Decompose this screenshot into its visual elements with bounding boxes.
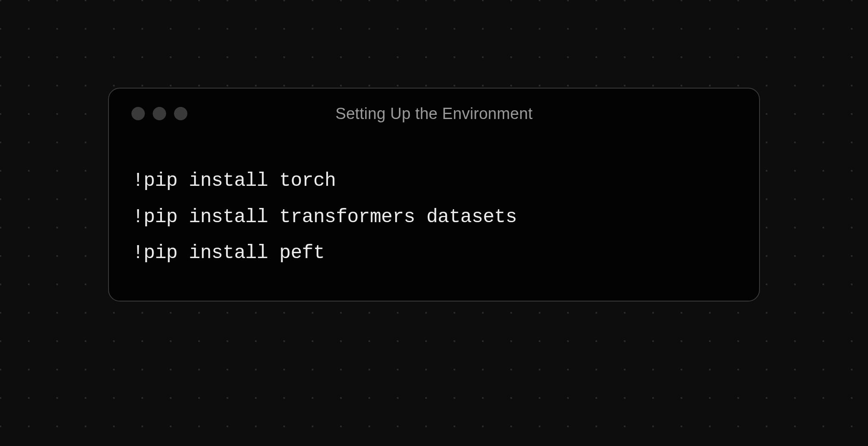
maximize-icon[interactable] [174, 107, 187, 120]
close-icon[interactable] [131, 107, 145, 120]
window-titlebar: Setting Up the Environment [109, 89, 759, 139]
code-line: !pip install torch [132, 163, 736, 199]
window-controls [131, 107, 187, 120]
code-line: !pip install transformers datasets [132, 199, 736, 235]
minimize-icon[interactable] [153, 107, 166, 120]
terminal-window: Setting Up the Environment !pip install … [108, 88, 760, 301]
window-title: Setting Up the Environment [109, 105, 759, 123]
code-content[interactable]: !pip install torch !pip install transfor… [109, 139, 759, 300]
code-line: !pip install peft [132, 235, 736, 271]
